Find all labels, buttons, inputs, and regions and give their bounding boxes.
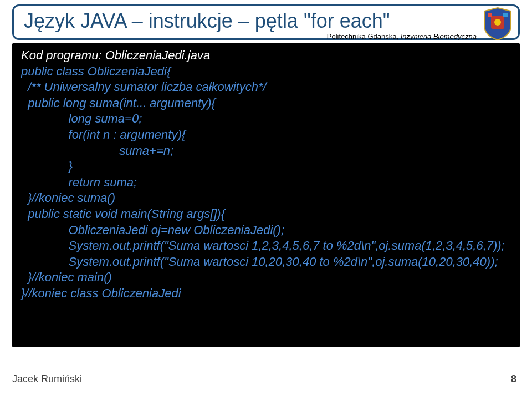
institution-name: Politechnika Gdańska, bbox=[327, 32, 401, 40]
code-block: Kod programu: ObliczeniaJedi.javapublic … bbox=[12, 43, 520, 347]
svg-rect-3 bbox=[503, 13, 508, 17]
code-line: public long suma(int... argumenty){ bbox=[21, 95, 511, 112]
code-line: }//koniec main() bbox=[21, 270, 511, 286]
department-name: Inżynieria Biomedyczna bbox=[401, 32, 477, 40]
code-line: System.out.printf("Suma wartosci 10,20,3… bbox=[21, 254, 511, 270]
university-crest-icon bbox=[480, 6, 515, 41]
svg-rect-2 bbox=[488, 13, 492, 17]
code-line: Kod programu: ObliczeniaJedi.java bbox=[21, 48, 511, 64]
svg-point-1 bbox=[494, 19, 501, 26]
code-line: System.out.printf("Suma wartosci 1,2,3,4… bbox=[21, 238, 511, 254]
code-line: for(int n : argumenty){ bbox=[21, 127, 511, 143]
code-line: }//koniec suma() bbox=[21, 190, 511, 206]
code-line: ObliczeniaJedi oj=new ObliczeniaJedi(); bbox=[21, 222, 511, 239]
code-line: return suma; bbox=[21, 175, 511, 191]
author-name: Jacek Rumiński bbox=[12, 373, 82, 385]
page-number: 8 bbox=[511, 373, 516, 385]
code-line: public class ObliczeniaJedi{ bbox=[21, 64, 511, 80]
code-line: suma+=n; bbox=[21, 143, 511, 159]
slide-title: Język JAVA – instrukcje – pętla "for eac… bbox=[24, 9, 508, 33]
code-line: long suma=0; bbox=[21, 111, 511, 127]
code-line: } bbox=[21, 159, 511, 175]
institution-subheader: Politechnika Gdańska, Inżynieria Biomedy… bbox=[327, 32, 477, 40]
code-line: /** Uniwersalny sumator liczba całkowity… bbox=[21, 79, 511, 95]
code-line: }//koniec class ObliczeniaJedi bbox=[21, 286, 511, 302]
code-line: public static void main(String args[]){ bbox=[21, 206, 511, 222]
